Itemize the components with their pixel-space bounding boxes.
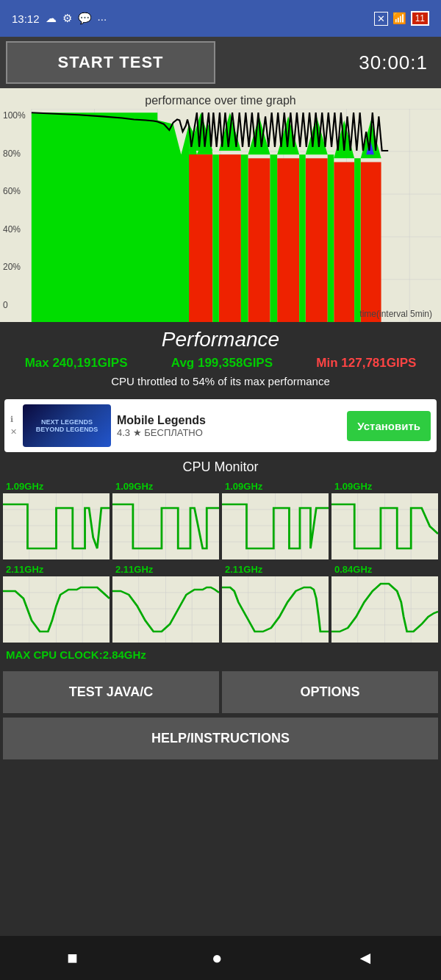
svg-rect-23 xyxy=(277,158,299,322)
cpu-freq-5: 2.11GHz xyxy=(3,562,110,576)
chat-icon: 💬 xyxy=(78,12,92,25)
cpu-freq-4: 1.09GHz xyxy=(331,479,438,493)
cpu-freq-8: 0.84GHz xyxy=(331,562,438,576)
cpu-graph-4 xyxy=(331,493,438,559)
throttle-text: CPU throttled to 54% of its max performa… xyxy=(3,375,438,387)
svg-rect-17 xyxy=(189,154,212,322)
cpu-monitor: CPU Monitor 1.09GHz xyxy=(0,455,441,667)
svg-marker-34 xyxy=(270,154,278,322)
cpu-core-3: 1.09GHz xyxy=(222,479,329,559)
svg-marker-37 xyxy=(354,158,361,322)
cloud-icon: ☁ xyxy=(46,12,57,25)
ad-info-icon: ℹ ✕ xyxy=(10,415,17,437)
performance-numbers: Max 240,191GIPS Avg 199,358GIPS Min 127,… xyxy=(3,356,438,371)
cpu-graph-2 xyxy=(112,493,219,559)
cpu-freq-2: 1.09GHz xyxy=(112,479,219,493)
nav-back-button[interactable]: ◄ xyxy=(356,948,374,968)
cpu-core-2: 1.09GHz xyxy=(112,479,219,559)
wifi-icon: 📶 xyxy=(392,12,406,25)
navigation-bar: ■ ● ◄ xyxy=(0,936,441,980)
cpu-core-5: 2.11GHz xyxy=(3,562,110,643)
cpu-graph-8 xyxy=(331,576,438,643)
svg-rect-25 xyxy=(306,158,328,322)
y-label-40: 40% xyxy=(3,224,26,235)
help-button[interactable]: HELP/INSTRUCTIONS xyxy=(3,718,438,759)
graph-container: 100% 80% 60% 40% 20% 0 xyxy=(0,109,441,322)
perf-avg: Avg 199,358GIPS xyxy=(171,356,273,371)
perf-max: Max 240,191GIPS xyxy=(25,356,128,371)
svg-marker-35 xyxy=(299,154,306,322)
svg-marker-33 xyxy=(241,154,248,322)
performance-stats: Performance Max 240,191GIPS Avg 199,358G… xyxy=(0,322,441,396)
y-label-20: 20% xyxy=(3,262,26,272)
cpu-graph-1 xyxy=(3,493,110,559)
nav-home-button[interactable]: ● xyxy=(212,948,223,968)
start-test-button[interactable]: START TEST xyxy=(6,41,215,84)
test-java-button[interactable]: TEST JAVA/C xyxy=(3,671,219,713)
dots-icon: ··· xyxy=(98,12,107,25)
svg-rect-21 xyxy=(248,158,270,322)
cpu-freq-6: 2.11GHz xyxy=(112,562,219,576)
ad-banner[interactable]: ℹ ✕ NEXT LEGENDSBEYOND LEGENDS Mobile Le… xyxy=(4,399,437,452)
x-axis-label: time(interval 5min) xyxy=(359,309,437,321)
svg-marker-13 xyxy=(32,112,189,322)
cpu-core-1: 1.09GHz xyxy=(3,479,110,559)
perf-min: Min 127,781GIPS xyxy=(316,356,416,371)
ad-name: Mobile Legends xyxy=(117,414,341,427)
svg-marker-32 xyxy=(212,154,219,322)
svg-marker-36 xyxy=(328,154,334,322)
top-bar: START TEST 30:00:1 xyxy=(0,37,441,88)
svg-rect-27 xyxy=(334,162,354,323)
cpu-graph-6 xyxy=(112,576,219,643)
gear-icon: ⚙ xyxy=(62,12,72,25)
y-label-0: 0 xyxy=(3,300,26,310)
graph-section: performance over time graph 100% 80% 60%… xyxy=(0,88,441,322)
ad-install-button[interactable]: Установить xyxy=(347,411,431,441)
cpu-grid-top: 1.09GHz 1.09GHz xyxy=(3,479,438,559)
cpu-freq-1: 1.09GHz xyxy=(3,479,110,493)
time-display: 13:12 xyxy=(12,12,40,25)
ad-image-placeholder: NEXT LEGENDSBEYOND LEGENDS xyxy=(23,404,111,447)
ad-image: NEXT LEGENDSBEYOND LEGENDS xyxy=(23,404,111,447)
bottom-buttons: TEST JAVA/C OPTIONS xyxy=(0,667,441,718)
cpu-graph-7 xyxy=(222,576,329,643)
status-bar: 13:12 ☁ ⚙ 💬 ··· ✕ 📶 11 xyxy=(0,0,441,37)
nav-square-button[interactable]: ■ xyxy=(67,948,78,968)
options-button[interactable]: OPTIONS xyxy=(222,671,438,713)
cpu-freq-3: 1.09GHz xyxy=(222,479,329,493)
max-cpu-clock: MAX CPU CLOCK:2.84GHz xyxy=(3,645,438,664)
y-label-100: 100% xyxy=(3,110,26,121)
performance-graph-svg xyxy=(0,109,441,322)
status-left: 13:12 ☁ ⚙ 💬 ··· xyxy=(12,12,107,25)
cpu-graph-3 xyxy=(222,493,329,559)
ad-info: Mobile Legends 4.3 ★ БЕСПЛАТНО xyxy=(117,414,341,438)
status-right: ✕ 📶 11 xyxy=(374,11,429,26)
cpu-graph-5 xyxy=(3,576,110,643)
performance-title: Performance xyxy=(3,328,438,351)
graph-title: performance over time graph xyxy=(0,94,441,107)
timer-display: 30:00:1 xyxy=(221,51,435,74)
cpu-core-4: 1.09GHz xyxy=(331,479,438,559)
app-main: START TEST 30:00:1 performance over time… xyxy=(0,37,441,765)
close-icon: ✕ xyxy=(374,12,388,26)
cpu-core-7: 2.11GHz xyxy=(222,562,329,643)
cpu-core-6: 2.11GHz xyxy=(112,562,219,643)
cpu-grid-bottom: 2.11GHz 2.11GHz xyxy=(3,562,438,643)
ad-rating: 4.3 ★ БЕСПЛАТНО xyxy=(117,427,341,438)
cpu-core-8: 0.84GHz xyxy=(331,562,438,643)
cpu-monitor-title: CPU Monitor xyxy=(3,459,438,475)
y-label-80: 80% xyxy=(3,149,26,159)
battery-icon: 11 xyxy=(411,11,429,26)
cpu-freq-7: 2.11GHz xyxy=(222,562,329,576)
y-label-60: 60% xyxy=(3,186,26,196)
svg-rect-19 xyxy=(219,154,241,322)
y-axis-labels: 100% 80% 60% 40% 20% 0 xyxy=(3,109,26,322)
svg-rect-29 xyxy=(361,162,381,323)
